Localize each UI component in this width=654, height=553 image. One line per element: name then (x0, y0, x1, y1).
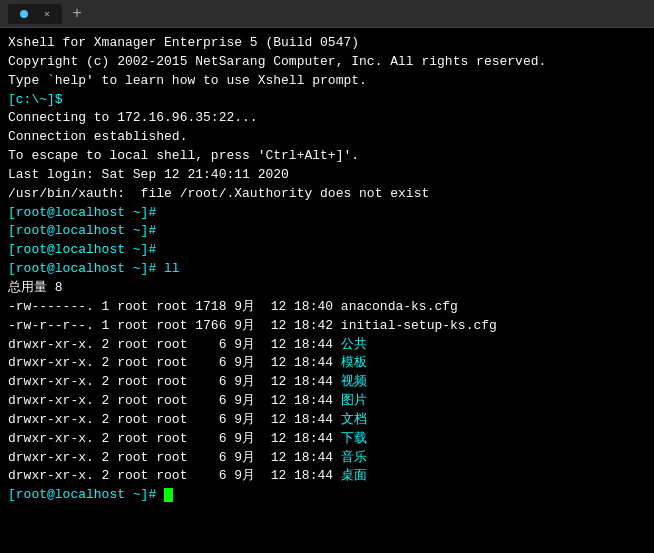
prompt-text: [root@localhost ~]# (8, 205, 156, 220)
dir-name: 视频 (341, 374, 367, 389)
terminal-line: drwxr-xr-x. 2 root root 6 9月 12 18:44 图片 (8, 392, 646, 411)
terminal-line: To escape to local shell, press 'Ctrl+Al… (8, 147, 646, 166)
new-tab-button[interactable]: + (66, 3, 88, 25)
terminal-line: drwxr-xr-x. 2 root root 6 9月 12 18:44 下载 (8, 430, 646, 449)
tab-indicator (20, 10, 28, 18)
terminal-line: -rw-------. 1 root root 1718 9月 12 18:40… (8, 298, 646, 317)
terminal-line: Type `help' to learn how to use Xshell p… (8, 72, 646, 91)
terminal-line: drwxr-xr-x. 2 root root 6 9月 12 18:44 音乐 (8, 449, 646, 468)
prompt-text: [root@localhost ~]# (8, 487, 164, 502)
terminal-line: [root@localhost ~]# (8, 204, 646, 223)
terminal-line: drwxr-xr-x. 2 root root 6 9月 12 18:44 桌面 (8, 467, 646, 486)
dir-permissions: drwxr-xr-x. 2 root root 6 9月 12 18:44 (8, 355, 341, 370)
dir-name: 图片 (341, 393, 367, 408)
terminal-line: 总用量 8 (8, 279, 646, 298)
dir-permissions: drwxr-xr-x. 2 root root 6 9月 12 18:44 (8, 468, 341, 483)
close-icon[interactable]: ✕ (44, 8, 50, 20)
terminal-line: /usr/bin/xauth: file /root/.Xauthority d… (8, 185, 646, 204)
terminal-line: drwxr-xr-x. 2 root root 6 9月 12 18:44 公共 (8, 336, 646, 355)
terminal-line: [root@localhost ~]# ll (8, 260, 646, 279)
terminal-line: drwxr-xr-x. 2 root root 6 9月 12 18:44 模板 (8, 354, 646, 373)
dir-name: 文档 (341, 412, 367, 427)
dir-permissions: drwxr-xr-x. 2 root root 6 9月 12 18:44 (8, 450, 341, 465)
terminal-window: ✕ + Xshell for Xmanager Enterprise 5 (Bu… (0, 0, 654, 553)
dir-permissions: drwxr-xr-x. 2 root root 6 9月 12 18:44 (8, 374, 341, 389)
terminal-line: [root@localhost ~]# (8, 222, 646, 241)
dir-name: 音乐 (341, 450, 367, 465)
terminal-line: [root@localhost ~]# (8, 486, 646, 505)
terminal-line: Connecting to 172.16.96.35:22... (8, 109, 646, 128)
prompt-text: [root@localhost ~]# (8, 223, 156, 238)
dir-name: 公共 (341, 337, 367, 352)
dir-permissions: drwxr-xr-x. 2 root root 6 9月 12 18:44 (8, 337, 341, 352)
terminal-line: -rw-r--r--. 1 root root 1766 9月 12 18:42… (8, 317, 646, 336)
terminal-line: Xshell for Xmanager Enterprise 5 (Build … (8, 34, 646, 53)
terminal-line: [root@localhost ~]# (8, 241, 646, 260)
terminal-line: Connection established. (8, 128, 646, 147)
terminal-body[interactable]: Xshell for Xmanager Enterprise 5 (Build … (0, 28, 654, 553)
prompt-text: [root@localhost ~]# (8, 242, 156, 257)
terminal-line: drwxr-xr-x. 2 root root 6 9月 12 18:44 文档 (8, 411, 646, 430)
dir-name: 桌面 (341, 468, 367, 483)
terminal-cursor (164, 488, 173, 502)
titlebar: ✕ + (0, 0, 654, 28)
terminal-line: [c:\~]$ (8, 91, 646, 110)
terminal-line: Last login: Sat Sep 12 21:40:11 2020 (8, 166, 646, 185)
terminal-line: drwxr-xr-x. 2 root root 6 9月 12 18:44 视频 (8, 373, 646, 392)
dir-name: 模板 (341, 355, 367, 370)
dir-permissions: drwxr-xr-x. 2 root root 6 9月 12 18:44 (8, 431, 341, 446)
dir-name: 下载 (341, 431, 367, 446)
terminal-line: Copyright (c) 2002-2015 NetSarang Comput… (8, 53, 646, 72)
terminal-tab[interactable]: ✕ (8, 4, 62, 24)
dir-permissions: drwxr-xr-x. 2 root root 6 9月 12 18:44 (8, 393, 341, 408)
dir-permissions: drwxr-xr-x. 2 root root 6 9月 12 18:44 (8, 412, 341, 427)
